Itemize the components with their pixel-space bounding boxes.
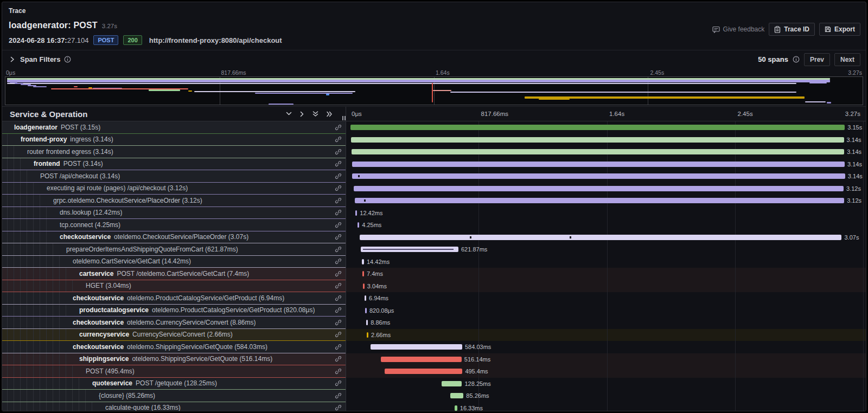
next-button[interactable]: Next: [834, 53, 860, 66]
chevron-right-icon[interactable]: [10, 56, 15, 62]
span-link-icon[interactable]: [335, 404, 342, 411]
span-duration-bar[interactable]: [360, 235, 841, 240]
span-bar-cell[interactable]: 7.4ms: [346, 268, 866, 280]
span-bar-cell[interactable]: 128.25ms: [346, 378, 866, 390]
span-duration-bar[interactable]: [355, 198, 845, 203]
span-name-cell[interactable]: {closure} (85.26ms): [2, 390, 346, 402]
span-name-cell[interactable]: oteldemo.CartService/GetCart (14.42ms): [2, 256, 346, 268]
span-bar-cell[interactable]: 495.4ms: [346, 365, 866, 378]
span-bar-cell[interactable]: 16.33ms: [346, 402, 866, 411]
expand-all-icon[interactable]: [327, 111, 333, 117]
expand-one-icon[interactable]: [300, 111, 304, 117]
collapse-all-icon[interactable]: [312, 111, 318, 117]
minimap-canvas[interactable]: [5, 76, 863, 105]
span-name-cell[interactable]: checkoutservice oteldemo.CheckoutService…: [2, 231, 346, 244]
span-bar-cell[interactable]: 85.26ms: [346, 390, 866, 402]
span-name-cell[interactable]: currencyservice CurrencyService/Convert …: [2, 329, 346, 341]
span-bar-cell[interactable]: 621.87ms: [346, 243, 866, 256]
span-duration-bar[interactable]: [442, 381, 462, 386]
span-link-icon[interactable]: [335, 356, 342, 363]
span-name-cell[interactable]: productcatalogservice oteldemo.ProductCa…: [2, 305, 346, 317]
span-duration-bar[interactable]: [352, 173, 845, 179]
span-link-icon[interactable]: [335, 319, 342, 326]
span-link-icon[interactable]: [335, 234, 342, 241]
span-bar-cell[interactable]: 12.42ms: [346, 207, 866, 220]
span-name-cell[interactable]: grpc.oteldemo.CheckoutService/PlaceOrder…: [2, 195, 346, 207]
span-duration-bar[interactable]: [365, 308, 367, 313]
span-duration-bar[interactable]: [354, 186, 844, 191]
span-duration-bar[interactable]: [352, 162, 845, 167]
span-link-icon[interactable]: [335, 367, 342, 375]
span-link-icon[interactable]: [335, 197, 342, 204]
span-bar-cell[interactable]: 3.14s: [346, 170, 866, 183]
span-name-cell[interactable]: POST (495.4ms): [2, 365, 346, 378]
span-bar-cell[interactable]: 3.12s: [346, 183, 866, 195]
span-name-cell[interactable]: frontend-proxy ingress (3.14s): [2, 134, 346, 146]
span-name-cell[interactable]: POST /api/checkout (3.14s): [2, 170, 346, 183]
span-link-icon[interactable]: [335, 270, 342, 277]
span-bar-cell[interactable]: 2.66ms: [346, 329, 866, 341]
span-duration-bar[interactable]: [361, 247, 458, 252]
span-link-icon[interactable]: [335, 380, 342, 387]
span-duration-bar[interactable]: [365, 295, 366, 301]
span-link-icon[interactable]: [335, 294, 342, 301]
span-link-icon[interactable]: [335, 246, 342, 253]
span-link-icon[interactable]: [335, 331, 342, 338]
span-link-icon[interactable]: [335, 124, 342, 131]
give-feedback-link[interactable]: Give feedback: [712, 25, 765, 33]
span-link-icon[interactable]: [335, 160, 342, 167]
span-name-cell[interactable]: shippingservice oteldemo.ShippingService…: [2, 353, 346, 366]
span-name-cell[interactable]: prepareOrderItemsAndShippingQuoteFromCar…: [2, 243, 346, 256]
span-duration-bar[interactable]: [455, 405, 457, 411]
span-name-cell[interactable]: checkoutservice oteldemo.CurrencyService…: [2, 317, 346, 329]
span-duration-bar[interactable]: [351, 137, 844, 143]
span-duration-bar[interactable]: [350, 125, 845, 130]
span-name-cell[interactable]: router frontend egress (3.14s): [2, 146, 346, 158]
span-name-cell[interactable]: checkoutservice oteldemo.ProductCatalogS…: [2, 292, 346, 305]
span-bar-cell[interactable]: 516.14ms: [346, 353, 866, 366]
span-bar-cell[interactable]: 3.07s: [346, 231, 866, 244]
span-name-cell[interactable]: dns.lookup (12.42ms): [2, 207, 346, 220]
span-duration-bar[interactable]: [367, 332, 368, 338]
span-bar-cell[interactable]: 3.14s: [346, 158, 866, 171]
span-duration-bar[interactable]: [450, 393, 464, 398]
span-name-cell[interactable]: frontend POST (3.14s): [2, 158, 346, 171]
span-duration-bar[interactable]: [371, 344, 462, 350]
trace-id-button[interactable]: Trace ID: [769, 23, 815, 36]
span-duration-bar[interactable]: [362, 259, 364, 264]
span-link-icon[interactable]: [335, 136, 342, 143]
span-link-icon[interactable]: [335, 258, 342, 265]
span-link-icon[interactable]: [335, 343, 342, 350]
span-duration-bar[interactable]: [355, 210, 358, 216]
span-link-icon[interactable]: [335, 209, 342, 216]
span-bar-cell[interactable]: 6.94ms: [346, 292, 866, 305]
span-bar-cell[interactable]: 3.15s: [346, 121, 866, 134]
export-button[interactable]: Export: [819, 23, 860, 36]
span-bar-cell[interactable]: 8.86ms: [346, 317, 866, 329]
span-name-cell[interactable]: HGET (3.04ms): [2, 280, 346, 293]
span-duration-bar[interactable]: [352, 149, 844, 154]
span-bar-cell[interactable]: 3.14s: [346, 134, 866, 146]
span-duration-bar[interactable]: [385, 369, 462, 374]
span-link-icon[interactable]: [335, 148, 342, 155]
span-filters-label[interactable]: Span Filters: [20, 55, 60, 63]
span-link-icon[interactable]: [335, 307, 342, 314]
span-duration-bar[interactable]: [362, 271, 364, 276]
span-link-icon[interactable]: [335, 282, 342, 289]
span-name-cell[interactable]: calculate-quote (16.33ms): [2, 402, 346, 411]
span-name-cell[interactable]: loadgenerator POST (3.15s): [2, 121, 346, 134]
span-bar-cell[interactable]: 14.42ms: [346, 256, 866, 268]
span-bar-cell[interactable]: 4.25ms: [346, 219, 866, 231]
span-name-cell[interactable]: executing api route (pages) /api/checkou…: [2, 183, 346, 195]
span-name-cell[interactable]: tcp.connect (4.25ms): [2, 219, 346, 231]
span-bar-cell[interactable]: 584.03ms: [346, 341, 866, 353]
span-link-icon[interactable]: [335, 172, 342, 179]
span-bar-cell[interactable]: 3.12s: [346, 195, 866, 207]
span-name-cell[interactable]: cartservice POST /oteldemo.CartService/G…: [2, 268, 346, 280]
span-link-icon[interactable]: [335, 392, 342, 399]
span-duration-bar[interactable]: [358, 222, 359, 228]
prev-button[interactable]: Prev: [804, 53, 830, 66]
span-bar-cell[interactable]: 820.08μs: [346, 305, 866, 317]
span-link-icon[interactable]: [335, 221, 342, 228]
span-bar-cell[interactable]: 3.14s: [346, 146, 866, 158]
